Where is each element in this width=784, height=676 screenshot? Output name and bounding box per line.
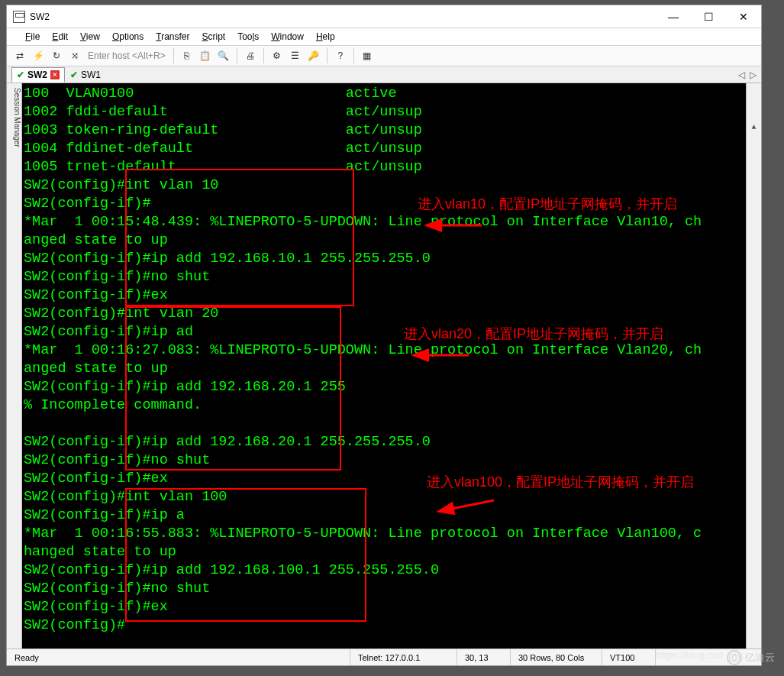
reconnect2-icon[interactable]: ↻ [48,47,65,64]
find-icon[interactable]: 🔍 [215,47,232,64]
callout-3: 进入vlan100，配置IP地址子网掩码，并开启 [427,473,694,491]
watermark-csdn: https://blog.csd [657,649,723,661]
menu-transfer[interactable]: Transfer [151,30,194,44]
titlebar[interactable]: SW2 — ☐ ✕ [7,5,761,28]
status-size: 30 Rows, 80 Cols [511,649,602,665]
separator [263,48,264,63]
separator [173,48,174,63]
menubar: File Edit View Options Transfer Script T… [7,28,761,45]
scroll-up-icon[interactable]: ▲ [747,120,761,135]
tab-scroll: ◁ ▷ [738,70,761,80]
tab-prev-icon[interactable]: ◁ [738,70,745,80]
menu-script[interactable]: Script [198,30,231,44]
callout-1: 进入vlan10，配置IP地址子网掩码，并开启 [418,195,677,213]
check-icon: ✔ [70,70,78,80]
tabs: ✔ SW2 ✕ ✔ SW1 ◁ ▷ [7,66,761,83]
minimize-button[interactable]: — [656,5,691,28]
main-area: Session Manager 100 VLAN0100 active 1002… [7,83,761,649]
close-button[interactable]: ✕ [726,5,761,28]
quick-connect-icon[interactable]: ⚡ [30,47,47,64]
separator [237,48,237,63]
tab-next-icon[interactable]: ▷ [750,70,757,80]
key-icon[interactable]: 🔑 [305,47,322,64]
copy-icon[interactable]: ⎘ [179,47,195,64]
terminal[interactable]: 100 VLAN0100 active 1002 fddi-default ac… [22,83,761,649]
paste-icon[interactable]: 📋 [197,47,214,64]
scroll-track[interactable] [747,172,761,649]
terminal-output: 100 VLAN0100 active 1002 fddi-default ac… [24,86,702,633]
menu-view[interactable]: View [76,30,105,44]
toolbar: ⇄ ⚡ ↻ ⤭ Enter host <Alt+R> ⎘ 📋 🔍 🖨 ⚙ ☰ 🔑… [7,45,761,66]
callout-2: 进入vlan20，配置IP地址子网掩码，并开启 [404,325,663,343]
settings-icon[interactable]: ⚙ [269,47,286,64]
menu-window[interactable]: Window [266,30,308,44]
tab-sw2[interactable]: ✔ SW2 ✕ [11,67,65,82]
host-input[interactable]: Enter host <Alt+R> [85,50,169,61]
tab-label: SW1 [81,70,101,80]
window-title: SW2 [30,11,656,22]
status-ready: Ready [7,649,350,665]
statusbar: Ready Telnet: 127.0.0.1 30, 13 30 Rows, … [7,649,761,665]
extra-icon[interactable]: ▦ [359,47,376,64]
watermark-text: 亿速云 [745,651,775,665]
session-manager-rail[interactable]: Session Manager [7,83,22,649]
close-tab-icon[interactable]: ✕ [50,70,60,79]
separator [353,48,354,63]
menu-edit[interactable]: Edit [47,30,73,44]
print-icon[interactable]: 🖨 [242,47,259,64]
status-cursor: 30, 13 [457,649,511,665]
app-icon [13,11,25,23]
status-emulation: VT100 [602,649,656,665]
maximize-button[interactable]: ☐ [691,5,726,28]
separator [327,48,327,63]
menu-tools[interactable]: Tools [233,30,263,44]
tab-sw1[interactable]: ✔ SW1 [65,67,106,82]
menu-file[interactable]: File [21,30,44,44]
status-connection: Telnet: 127.0.0.1 [350,649,457,665]
disconnect-icon[interactable]: ⤭ [66,47,83,64]
menu-help[interactable]: Help [311,30,340,44]
svg-line-2 [440,500,494,511]
watermark-icon [727,650,742,665]
scrollbar[interactable]: ▲ ▼ [746,83,761,649]
check-icon: ✔ [17,70,24,80]
help-icon[interactable]: ? [332,47,349,64]
reconnect-icon[interactable]: ⇄ [11,47,28,64]
menu-options[interactable]: Options [108,30,148,44]
app-window: SW2 — ☐ ✕ File Edit View Options Transfe… [6,5,762,666]
properties-icon[interactable]: ☰ [287,47,304,64]
watermark-brand: 亿速云 [727,650,775,665]
tab-label: SW2 [27,70,47,80]
